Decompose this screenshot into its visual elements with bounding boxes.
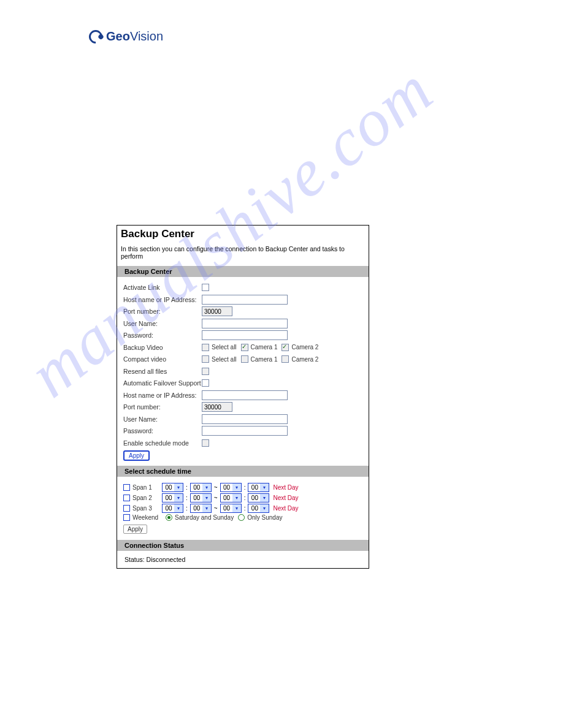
- cv-selectall-checkbox[interactable]: [202, 355, 209, 363]
- brand-left: Geo: [106, 29, 130, 43]
- brand-right: Vision: [130, 29, 163, 43]
- user2-label: User Name:: [123, 415, 202, 423]
- panel-description: In this section you can configure the co…: [117, 241, 369, 266]
- bv-selectall-checkbox[interactable]: [202, 344, 209, 351]
- user1-input[interactable]: [202, 319, 288, 328]
- apply-button-1[interactable]: Apply: [123, 450, 150, 461]
- panel-title: Backup Center: [117, 226, 369, 241]
- span3-mm2[interactable]: 00▾: [248, 504, 269, 513]
- pass2-input[interactable]: [202, 426, 288, 436]
- span3-nextday: Next Day: [273, 505, 298, 512]
- span2-mm1[interactable]: 00▾: [190, 493, 212, 502]
- port1-input[interactable]: [202, 306, 232, 316]
- span3-label: Span 3: [132, 505, 159, 512]
- enable-sched-checkbox[interactable]: [202, 439, 209, 447]
- port1-label: Port number:: [123, 308, 202, 315]
- chevron-down-icon: ▾: [202, 494, 211, 502]
- cv-cam1-checkbox[interactable]: [241, 355, 248, 363]
- activate-link-label: Activate Link: [123, 284, 202, 291]
- span2-hh2[interactable]: 00▾: [220, 493, 242, 502]
- pass1-input[interactable]: [202, 330, 288, 340]
- weekend-row: Weekend Saturday and Sunday Only Sunday: [123, 514, 362, 521]
- cv-cam2-label: Camera 2: [291, 356, 318, 363]
- weekend-opt1-radio[interactable]: [166, 514, 172, 521]
- port2-input[interactable]: [202, 402, 232, 412]
- resend-checkbox[interactable]: [202, 368, 209, 375]
- span2-hh1[interactable]: 00▾: [162, 493, 183, 502]
- user1-label: User Name:: [123, 320, 202, 327]
- span3-mm1[interactable]: 00▾: [190, 504, 212, 513]
- span1-label: Span 1: [132, 484, 159, 491]
- section-backup-center-header: Backup Center: [117, 266, 369, 277]
- bv-cam1-checkbox[interactable]: [241, 344, 248, 351]
- span1-mm2[interactable]: 00▾: [248, 483, 269, 492]
- backup-center-form: Activate Link Host name or IP Address: P…: [117, 277, 369, 466]
- cv-selectall-label: Select all: [212, 356, 237, 363]
- resend-label: Resend all files: [123, 368, 202, 375]
- chevron-down-icon: ▾: [202, 483, 211, 491]
- chevron-down-icon: ▾: [202, 504, 211, 512]
- span2-checkbox[interactable]: [123, 495, 130, 501]
- compact-video-label: Compact video: [123, 355, 202, 363]
- span1-mm1[interactable]: 00▾: [190, 483, 212, 492]
- chevron-down-icon: ▾: [174, 483, 183, 491]
- failover-label: Automatic Failover Support: [123, 379, 202, 387]
- bv-cam2-label: Camera 2: [291, 344, 318, 351]
- brand-logo: GeoVision: [89, 29, 163, 44]
- weekend-checkbox[interactable]: [123, 514, 130, 521]
- weekend-opt1-label: Saturday and Sunday: [175, 514, 234, 521]
- span2-row: Span 2 00▾ : 00▾ ~ 00▾ : 00▾ Next Day: [123, 493, 362, 502]
- schedule-form: Span 1 00▾ : 00▾ ~ 00▾ : 00▾ Next Day Sp…: [117, 477, 369, 540]
- chevron-down-icon: ▾: [232, 483, 241, 491]
- host2-input[interactable]: [202, 390, 288, 400]
- host2-label: Host name or IP Address:: [123, 392, 202, 399]
- span1-nextday: Next Day: [273, 484, 298, 491]
- activate-link-checkbox[interactable]: [202, 284, 209, 291]
- chevron-down-icon: ▾: [174, 504, 183, 512]
- bv-cam1-label: Camera 1: [251, 344, 278, 351]
- pass2-label: Password:: [123, 427, 202, 434]
- port2-label: Port number:: [123, 403, 202, 411]
- apply-button-2[interactable]: Apply: [123, 525, 147, 534]
- host1-input[interactable]: [202, 295, 288, 305]
- span3-checkbox[interactable]: [123, 505, 130, 512]
- brand-text: GeoVision: [106, 29, 163, 44]
- span3-hh2[interactable]: 00▾: [220, 504, 242, 513]
- span3-row: Span 3 00▾ : 00▾ ~ 00▾ : 00▾ Next Day: [123, 504, 362, 513]
- span2-label: Span 2: [132, 495, 159, 501]
- weekend-opt2-radio[interactable]: [238, 514, 245, 521]
- span3-hh1[interactable]: 00▾: [162, 504, 183, 513]
- chevron-down-icon: ▾: [260, 483, 269, 491]
- connection-status-text: Status: Disconnected: [117, 551, 369, 568]
- chevron-down-icon: ▾: [260, 494, 269, 502]
- span1-hh1[interactable]: 00▾: [162, 483, 183, 492]
- failover-checkbox[interactable]: [202, 379, 209, 387]
- weekend-label: Weekend: [132, 514, 163, 521]
- logo-icon: [86, 27, 105, 46]
- bv-cam2-checkbox[interactable]: [282, 344, 289, 351]
- chevron-down-icon: ▾: [232, 494, 241, 502]
- pass1-label: Password:: [123, 332, 202, 339]
- chevron-down-icon: ▾: [232, 504, 241, 512]
- section-status-header: Connection Status: [117, 540, 369, 551]
- span1-row: Span 1 00▾ : 00▾ ~ 00▾ : 00▾ Next Day: [123, 483, 362, 492]
- span2-nextday: Next Day: [273, 495, 298, 501]
- chevron-down-icon: ▾: [174, 494, 183, 502]
- section-schedule-header: Select schedule time: [117, 466, 369, 477]
- user2-input[interactable]: [202, 414, 288, 424]
- host1-label: Host name or IP Address:: [123, 296, 202, 303]
- backup-center-panel: Backup Center In this section you can co…: [117, 225, 369, 569]
- weekend-opt2-label: Only Sunday: [247, 514, 282, 521]
- span2-mm2[interactable]: 00▾: [248, 493, 269, 502]
- backup-video-label: Backup Video: [123, 344, 202, 351]
- span1-hh2[interactable]: 00▾: [220, 483, 242, 492]
- enable-sched-label: Enable schedule mode: [123, 439, 202, 447]
- cv-cam1-label: Camera 1: [251, 356, 278, 363]
- cv-cam2-checkbox[interactable]: [282, 355, 289, 363]
- chevron-down-icon: ▾: [260, 504, 269, 512]
- bv-selectall-label: Select all: [212, 344, 237, 351]
- span1-checkbox[interactable]: [123, 484, 130, 491]
